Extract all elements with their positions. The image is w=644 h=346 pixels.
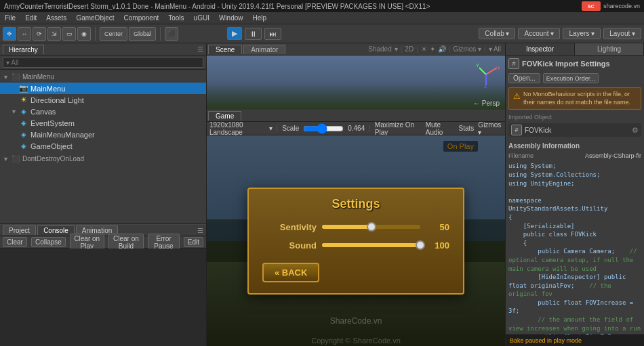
- menu-file[interactable]: File: [3, 14, 18, 22]
- hand-tool-btn[interactable]: ✥: [3, 27, 16, 41]
- menu-ugui[interactable]: uGUI: [192, 14, 212, 22]
- center-btn[interactable]: Center: [100, 27, 127, 41]
- status-text: Bake paused in play mode: [510, 337, 582, 344]
- gizmos-game-btn[interactable]: Gizmos ▾: [478, 121, 502, 136]
- move-tool-btn[interactable]: ↔: [18, 27, 31, 41]
- console-tab[interactable]: Console: [37, 225, 75, 235]
- code-line-12: public float FOVIncrease = 3f;: [508, 299, 641, 316]
- console-content: [0, 248, 206, 346]
- code-line-11: [HideInInspector] public float originalF…: [508, 273, 641, 299]
- code-line-7: [Serializable]: [508, 222, 641, 231]
- hierarchy-menu-btn[interactable]: ☰: [197, 45, 203, 53]
- global-btn[interactable]: Global: [129, 27, 156, 41]
- rect-tool-btn[interactable]: ▭: [62, 27, 76, 41]
- layout-button[interactable]: Layout ▾: [603, 28, 641, 39]
- tree-label-main-camera: MainMenu: [31, 85, 65, 93]
- execution-order-btn[interactable]: Execution Order...: [543, 73, 599, 83]
- stats-btn[interactable]: Stats: [459, 125, 475, 132]
- 2d-btn[interactable]: 2D: [405, 45, 414, 53]
- tree-item-mainmenumanager[interactable]: ◈ MainMenuManager: [0, 129, 206, 140]
- hierarchy-section: Hierarchy ☰ ▼ ⬛ MainMenu 📷 MainMenu: [0, 43, 206, 224]
- console-menu-btn[interactable]: ☰: [197, 227, 203, 234]
- hierarchy-search-input[interactable]: [3, 57, 203, 68]
- code-line-9: {: [508, 239, 641, 248]
- sensitivity-thumb[interactable]: [367, 222, 376, 232]
- back-button[interactable]: « BACK: [262, 263, 319, 282]
- collapse-btn[interactable]: Collapse: [31, 237, 66, 247]
- scale-tool-btn[interactable]: ⇲: [47, 27, 61, 41]
- copyright-text: Copyright © ShareCode.vn: [207, 337, 505, 345]
- clear-btn[interactable]: Clear: [3, 237, 27, 247]
- gizmos-btn[interactable]: Gizmos ▾: [453, 45, 481, 53]
- toolbar-extra-btn[interactable]: ⬛: [165, 27, 178, 41]
- menu-edit[interactable]: Edit: [23, 14, 39, 22]
- tree-label-canvas: Canvas: [31, 108, 56, 116]
- mute-audio-btn[interactable]: Mute Audio: [426, 121, 455, 136]
- animator-tab[interactable]: Animator: [243, 45, 285, 54]
- tree-item-canvas[interactable]: ▼ ◈ Canvas: [0, 106, 206, 117]
- hierarchy-tab[interactable]: Hierarchy: [3, 45, 44, 54]
- hierarchy-search-bar: [0, 56, 206, 70]
- warning-text: No MonoBehaviour scripts in the file, or…: [523, 91, 637, 106]
- menu-gameobject[interactable]: GameObject: [74, 14, 116, 22]
- hash-icon: #: [508, 58, 519, 69]
- lighting-tab[interactable]: Lighting: [575, 43, 644, 55]
- edit-btn[interactable]: Edit: [184, 237, 203, 247]
- filename-key: Filename: [508, 152, 534, 159]
- maximize-on-play-btn[interactable]: Maximize On Play: [375, 121, 422, 136]
- layers-button[interactable]: Layers ▾: [563, 28, 601, 39]
- scene-ground: [207, 83, 505, 110]
- right-panel-tabs: Inspector Lighting: [506, 43, 644, 56]
- imported-object-section: Imported Object # FOVKick ⚙: [508, 114, 641, 137]
- tree-item-main-camera[interactable]: 📷 MainMenu: [0, 83, 206, 94]
- resolution-selector[interactable]: 1920x1080 Landscape ▾: [209, 121, 273, 136]
- collab-button[interactable]: Collab ▾: [479, 28, 515, 39]
- assembly-info-title: Assembly Information: [508, 142, 641, 150]
- menu-window[interactable]: Window: [217, 14, 245, 22]
- hierarchy-tree: ▼ ⬛ MainMenu 📷 MainMenu ☀ Directional Li…: [0, 70, 206, 223]
- tree-item-mainmenu-scene[interactable]: ▼ ⬛ MainMenu: [0, 71, 206, 83]
- tree-label-dir-light: Directional Light: [31, 96, 84, 104]
- sound-fill: [322, 243, 420, 247]
- rotate-tool-btn[interactable]: ⟳: [33, 27, 46, 41]
- pause-button[interactable]: ⏸: [245, 28, 262, 40]
- menu-component[interactable]: Component: [122, 14, 161, 22]
- sound-thumb[interactable]: [416, 240, 425, 250]
- tree-item-gameobject[interactable]: ◈ GameObject: [0, 140, 206, 152]
- scene-audio-btn[interactable]: 🔊: [438, 45, 446, 53]
- scale-slider[interactable]: [303, 125, 344, 133]
- game-tab[interactable]: Game: [208, 111, 241, 121]
- code-line-13: // the amount the field of view increase…: [508, 316, 641, 332]
- fovkick-gear-icon[interactable]: ⚙: [632, 126, 639, 135]
- transform-tool-btn[interactable]: ◉: [77, 27, 91, 41]
- tree-item-directional-light[interactable]: ☀ Directional Light: [0, 94, 206, 106]
- menu-assets[interactable]: Assets: [44, 14, 68, 22]
- menu-help[interactable]: Help: [251, 14, 269, 22]
- tree-item-dontdestroy[interactable]: ▼ ⬛ DontDestroyOnLoad: [0, 153, 206, 165]
- inspector-tab[interactable]: Inspector: [506, 43, 575, 55]
- axis-gizmo: X Y Z: [472, 61, 500, 88]
- shaded-arrow[interactable]: ▾: [395, 45, 398, 53]
- warning-box: ⚠ No MonoBehaviour scripts in the file, …: [508, 87, 641, 110]
- sound-label: Sound: [262, 240, 317, 251]
- code-line-3: using UnityEngine;: [508, 179, 641, 188]
- open-btn[interactable]: Open...: [508, 73, 540, 83]
- scene-tab[interactable]: Scene: [208, 45, 242, 54]
- filename-val: Assembly-CSharp-fir: [585, 152, 641, 159]
- project-tab[interactable]: Project: [3, 225, 36, 235]
- play-button[interactable]: ▶: [227, 27, 242, 40]
- tree-item-eventsystem[interactable]: ◈ EventSystem: [0, 117, 206, 129]
- persp-label: ← Persp: [473, 100, 500, 107]
- sensitivity-label: Sentivity: [262, 222, 317, 232]
- watermark-text: ShareCode.vn: [330, 316, 382, 326]
- step-button[interactable]: ⏭: [264, 28, 281, 40]
- tree-label-gameobject: GameObject: [31, 142, 73, 150]
- fovkick-label: FOVKick: [525, 127, 551, 134]
- menu-tools[interactable]: Tools: [166, 14, 186, 22]
- scene-fx-btn[interactable]: ✦: [430, 45, 435, 53]
- account-button[interactable]: Account ▾: [518, 28, 560, 39]
- all-filter[interactable]: ▾ All: [489, 45, 501, 53]
- sep1: |: [277, 125, 279, 132]
- sharecode-logo: SC sharecode.vn: [582, 1, 640, 11]
- scene-lighting-btn[interactable]: ☀: [421, 45, 427, 53]
